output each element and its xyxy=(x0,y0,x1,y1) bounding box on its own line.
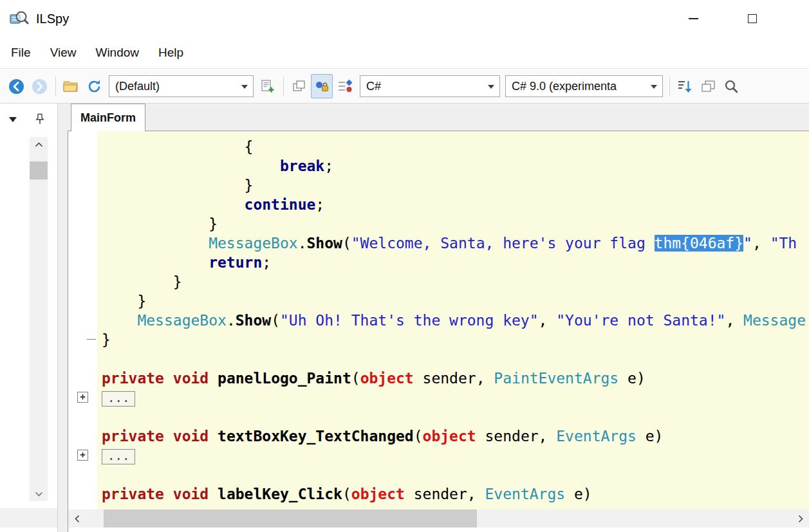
open-in-new-tab-button[interactable] xyxy=(288,74,310,98)
code-token: textBoxKey_TextChanged xyxy=(218,428,414,445)
refresh-icon xyxy=(86,78,102,95)
fold-margin-row xyxy=(68,407,97,427)
code-token xyxy=(209,370,218,387)
code-token: PaintEventArgs xyxy=(494,370,618,387)
cascade-windows-icon xyxy=(700,78,716,95)
language-version-combobox[interactable]: C# 9.0 (experimenta xyxy=(505,75,663,97)
add-list-icon xyxy=(259,78,275,95)
sort-icon xyxy=(676,78,693,95)
window-copy-icon xyxy=(291,78,307,95)
code-token xyxy=(164,370,173,387)
fold-margin-row xyxy=(68,349,97,369)
code-token: e) xyxy=(637,428,664,445)
code-token: ( xyxy=(342,235,351,252)
menu-window[interactable]: Window xyxy=(86,37,149,68)
code-line: private void labelKey_Click(object sende… xyxy=(102,484,809,504)
code-token: Show xyxy=(236,312,271,329)
code-token xyxy=(164,486,173,502)
code-token: e) xyxy=(618,370,646,387)
fold-expand-button[interactable]: + xyxy=(77,392,88,403)
panel-menu-button[interactable] xyxy=(9,115,19,124)
search-icon xyxy=(723,78,739,95)
fold-margin-row xyxy=(68,195,97,214)
code-line: ... xyxy=(102,388,809,407)
code-token: MessageBox xyxy=(209,235,297,252)
collapsed-region-box[interactable]: ... xyxy=(102,449,135,464)
fold-margin-row xyxy=(68,156,97,176)
maximize-button[interactable] xyxy=(734,6,771,31)
fold-margin-row xyxy=(68,234,97,253)
language-version-value: C# 9.0 (experimenta xyxy=(506,80,617,93)
fold-margin-row xyxy=(68,176,97,195)
scrollbar-track[interactable] xyxy=(85,509,792,527)
forward-button[interactable] xyxy=(28,74,50,98)
language-value: C# xyxy=(360,80,381,93)
collapsed-region-box[interactable]: ... xyxy=(102,391,135,407)
forward-icon xyxy=(31,78,48,95)
pin-icon xyxy=(35,113,45,125)
code-line xyxy=(102,465,809,484)
language-combobox[interactable]: C# xyxy=(360,75,500,97)
tab-mainform[interactable]: MainForm xyxy=(71,104,145,131)
tab-bar: MainForm xyxy=(68,104,809,131)
fold-margin-row xyxy=(68,369,97,388)
scroll-up-button[interactable] xyxy=(30,137,48,151)
code-token: ( xyxy=(342,486,351,502)
fold-margin-row xyxy=(68,214,97,234)
code-token: } xyxy=(137,293,146,309)
code-token: sender, xyxy=(414,370,494,387)
code-token: ; xyxy=(315,196,324,213)
open-button[interactable] xyxy=(60,74,82,98)
add-assembly-list-button[interactable] xyxy=(256,74,278,98)
chevron-down-icon xyxy=(241,85,248,89)
workspace: MainForm ++ { break; } continue; } Messa… xyxy=(0,104,809,532)
code-token: "Welcome, Santa, here's your flag xyxy=(351,235,655,252)
maximize-icon xyxy=(748,14,757,23)
code-lines[interactable]: { break; } continue; } MessageBox.Show("… xyxy=(97,131,809,509)
assembly-list-value: (Default) xyxy=(109,80,160,93)
code-line: break; xyxy=(102,156,809,176)
code-token: } xyxy=(102,331,111,348)
code-token: ( xyxy=(414,428,423,445)
search-button[interactable] xyxy=(720,74,742,98)
open-folder-icon xyxy=(62,78,79,94)
sidebar-horizontal-scrollbar[interactable] xyxy=(0,508,57,527)
menubar: File View Window Help xyxy=(0,37,809,69)
code-token xyxy=(209,486,218,502)
window-title: ILSpy xyxy=(36,12,69,26)
code-token: void xyxy=(173,486,209,502)
fold-margin-row: + xyxy=(68,388,97,407)
menu-view[interactable]: View xyxy=(41,37,86,68)
pin-button[interactable] xyxy=(34,112,46,126)
scroll-down-button[interactable] xyxy=(30,487,48,501)
scrollbar-thumb[interactable] xyxy=(30,161,48,179)
menu-help[interactable]: Help xyxy=(149,37,193,68)
code-token: Message xyxy=(743,312,806,329)
assembly-list-combobox[interactable]: (Default) xyxy=(109,75,254,97)
menu-file[interactable]: File xyxy=(1,37,41,68)
code-token: object xyxy=(351,486,405,502)
code-line: { xyxy=(102,137,809,156)
titlebar: ILSpy xyxy=(0,0,809,37)
code-token: , xyxy=(725,312,743,329)
member-filter-toggle[interactable] xyxy=(334,74,356,98)
minimize-icon xyxy=(689,18,698,19)
fold-expand-button[interactable]: + xyxy=(77,450,88,461)
back-button[interactable] xyxy=(5,74,27,98)
fold-margin-row xyxy=(68,137,97,156)
reload-button[interactable] xyxy=(83,74,105,98)
code-token: ( xyxy=(351,370,360,387)
scroll-left-button[interactable] xyxy=(68,509,85,527)
code-token: private xyxy=(102,428,164,445)
scroll-right-button[interactable] xyxy=(792,509,809,527)
sidebar-vertical-scrollbar[interactable] xyxy=(30,137,48,501)
editor-horizontal-scrollbar[interactable] xyxy=(68,509,809,527)
scrollbar-thumb[interactable] xyxy=(104,509,477,527)
sort-button[interactable] xyxy=(674,74,696,98)
show-internal-api-toggle[interactable] xyxy=(311,74,333,98)
minimize-button[interactable] xyxy=(674,6,712,31)
code-token xyxy=(164,428,173,445)
cascade-windows-button[interactable] xyxy=(697,74,719,98)
chevron-down-icon xyxy=(488,85,494,89)
code-token: ; xyxy=(324,158,333,174)
